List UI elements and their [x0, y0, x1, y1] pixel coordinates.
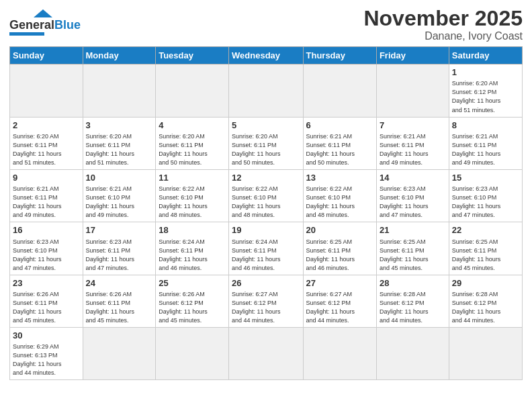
- logo-general: General: [9, 18, 54, 32]
- calendar-cell: [10, 64, 83, 117]
- logo-blue: Blue: [54, 18, 81, 32]
- calendar-cell: [229, 328, 303, 380]
- header-saturday: Saturday: [449, 47, 522, 64]
- day-number: 23: [13, 277, 80, 289]
- calendar-cell: 21Sunrise: 6:25 AM Sunset: 6:11 PM Dayli…: [376, 222, 449, 275]
- day-info: Sunrise: 6:21 AM Sunset: 6:10 PM Dayligh…: [86, 185, 153, 220]
- page-subtitle: Danane, Ivory Coast: [363, 30, 523, 42]
- calendar-week-row: 2Sunrise: 6:20 AM Sunset: 6:11 PM Daylig…: [10, 117, 523, 169]
- day-number: 14: [380, 172, 446, 184]
- day-info: Sunrise: 6:22 AM Sunset: 6:10 PM Dayligh…: [232, 185, 300, 220]
- day-number: 11: [159, 172, 226, 184]
- calendar-cell: 19Sunrise: 6:24 AM Sunset: 6:11 PM Dayli…: [229, 222, 303, 275]
- calendar-cell: 16Sunrise: 6:23 AM Sunset: 6:10 PM Dayli…: [10, 222, 83, 275]
- day-info: Sunrise: 6:20 AM Sunset: 6:11 PM Dayligh…: [13, 132, 80, 167]
- day-number: 27: [306, 277, 373, 289]
- calendar-cell: 8Sunrise: 6:21 AM Sunset: 6:11 PM Daylig…: [449, 117, 522, 169]
- day-info: Sunrise: 6:21 AM Sunset: 6:11 PM Dayligh…: [452, 132, 519, 167]
- logo-bar: [9, 32, 44, 36]
- day-info: Sunrise: 6:27 AM Sunset: 6:12 PM Dayligh…: [232, 290, 300, 325]
- day-number: 19: [232, 224, 300, 236]
- calendar-cell: 9Sunrise: 6:21 AM Sunset: 6:11 PM Daylig…: [10, 169, 83, 222]
- day-info: Sunrise: 6:26 AM Sunset: 6:11 PM Dayligh…: [86, 290, 153, 325]
- day-info: Sunrise: 6:28 AM Sunset: 6:12 PM Dayligh…: [380, 290, 446, 325]
- calendar-cell: [449, 328, 522, 380]
- day-number: 28: [380, 277, 446, 289]
- day-number: 3: [86, 120, 153, 132]
- calendar-cell: 2Sunrise: 6:20 AM Sunset: 6:11 PM Daylig…: [10, 117, 83, 169]
- day-number: 10: [86, 172, 153, 184]
- day-number: 30: [13, 330, 80, 342]
- day-info: Sunrise: 6:23 AM Sunset: 6:10 PM Dayligh…: [13, 238, 80, 273]
- page: GeneralBlue November 2025 Danane, Ivory …: [0, 0, 532, 411]
- calendar-cell: [303, 64, 376, 117]
- calendar-week-row: 9Sunrise: 6:21 AM Sunset: 6:11 PM Daylig…: [10, 169, 523, 222]
- day-info: Sunrise: 6:23 AM Sunset: 6:11 PM Dayligh…: [86, 238, 153, 273]
- calendar-week-row: 1Sunrise: 6:20 AM Sunset: 6:12 PM Daylig…: [10, 64, 523, 117]
- calendar-cell: [83, 328, 156, 380]
- day-info: Sunrise: 6:25 AM Sunset: 6:11 PM Dayligh…: [452, 238, 519, 273]
- logo: GeneralBlue: [9, 7, 81, 36]
- calendar-cell: [376, 64, 449, 117]
- day-info: Sunrise: 6:26 AM Sunset: 6:11 PM Dayligh…: [13, 290, 80, 325]
- day-number: 4: [159, 120, 226, 132]
- calendar-cell: 15Sunrise: 6:23 AM Sunset: 6:10 PM Dayli…: [449, 169, 522, 222]
- calendar-cell: 12Sunrise: 6:22 AM Sunset: 6:10 PM Dayli…: [229, 169, 303, 222]
- calendar-week-row: 30Sunrise: 6:29 AM Sunset: 6:13 PM Dayli…: [10, 328, 523, 380]
- calendar-cell: 27Sunrise: 6:27 AM Sunset: 6:12 PM Dayli…: [303, 275, 376, 327]
- day-number: 2: [13, 120, 80, 132]
- calendar: Sunday Monday Tuesday Wednesday Thursday…: [9, 46, 523, 380]
- day-number: 24: [86, 277, 153, 289]
- header-sunday: Sunday: [10, 47, 83, 64]
- day-number: 21: [380, 224, 446, 236]
- day-number: 8: [452, 120, 519, 132]
- calendar-cell: 3Sunrise: 6:20 AM Sunset: 6:11 PM Daylig…: [83, 117, 156, 169]
- calendar-cell: 22Sunrise: 6:25 AM Sunset: 6:11 PM Dayli…: [449, 222, 522, 275]
- days-header-row: Sunday Monday Tuesday Wednesday Thursday…: [10, 47, 523, 64]
- day-info: Sunrise: 6:21 AM Sunset: 6:11 PM Dayligh…: [306, 132, 373, 167]
- calendar-cell: 17Sunrise: 6:23 AM Sunset: 6:11 PM Dayli…: [83, 222, 156, 275]
- calendar-cell: 7Sunrise: 6:21 AM Sunset: 6:11 PM Daylig…: [376, 117, 449, 169]
- calendar-cell: 25Sunrise: 6:26 AM Sunset: 6:12 PM Dayli…: [156, 275, 229, 327]
- day-number: 5: [232, 120, 300, 132]
- calendar-cell: 26Sunrise: 6:27 AM Sunset: 6:12 PM Dayli…: [229, 275, 303, 327]
- header-friday: Friday: [376, 47, 449, 64]
- calendar-cell: [156, 64, 229, 117]
- calendar-cell: 24Sunrise: 6:26 AM Sunset: 6:11 PM Dayli…: [83, 275, 156, 327]
- header-monday: Monday: [83, 47, 156, 64]
- calendar-cell: 13Sunrise: 6:22 AM Sunset: 6:10 PM Dayli…: [303, 169, 376, 222]
- day-info: Sunrise: 6:24 AM Sunset: 6:11 PM Dayligh…: [159, 238, 226, 273]
- day-info: Sunrise: 6:23 AM Sunset: 6:10 PM Dayligh…: [452, 185, 519, 220]
- day-info: Sunrise: 6:22 AM Sunset: 6:10 PM Dayligh…: [306, 185, 373, 220]
- day-number: 12: [232, 172, 300, 184]
- calendar-cell: 23Sunrise: 6:26 AM Sunset: 6:11 PM Dayli…: [10, 275, 83, 327]
- day-info: Sunrise: 6:29 AM Sunset: 6:13 PM Dayligh…: [13, 342, 80, 377]
- day-number: 29: [452, 277, 519, 289]
- day-info: Sunrise: 6:20 AM Sunset: 6:11 PM Dayligh…: [159, 132, 226, 167]
- calendar-cell: [229, 64, 303, 117]
- calendar-body: 1Sunrise: 6:20 AM Sunset: 6:12 PM Daylig…: [10, 64, 523, 380]
- day-number: 22: [452, 224, 519, 236]
- day-info: Sunrise: 6:27 AM Sunset: 6:12 PM Dayligh…: [306, 290, 373, 325]
- day-number: 7: [380, 120, 446, 132]
- calendar-week-row: 23Sunrise: 6:26 AM Sunset: 6:11 PM Dayli…: [10, 275, 523, 327]
- day-info: Sunrise: 6:22 AM Sunset: 6:10 PM Dayligh…: [159, 185, 226, 220]
- day-info: Sunrise: 6:21 AM Sunset: 6:11 PM Dayligh…: [13, 185, 80, 220]
- calendar-cell: 5Sunrise: 6:20 AM Sunset: 6:11 PM Daylig…: [229, 117, 303, 169]
- calendar-cell: 10Sunrise: 6:21 AM Sunset: 6:10 PM Dayli…: [83, 169, 156, 222]
- calendar-week-row: 16Sunrise: 6:23 AM Sunset: 6:10 PM Dayli…: [10, 222, 523, 275]
- calendar-header: Sunday Monday Tuesday Wednesday Thursday…: [10, 47, 523, 64]
- logo-triangle-icon: [34, 9, 52, 17]
- day-info: Sunrise: 6:24 AM Sunset: 6:11 PM Dayligh…: [232, 238, 300, 273]
- day-info: Sunrise: 6:25 AM Sunset: 6:11 PM Dayligh…: [380, 238, 446, 273]
- title-block: November 2025 Danane, Ivory Coast: [363, 7, 523, 42]
- day-info: Sunrise: 6:25 AM Sunset: 6:11 PM Dayligh…: [306, 238, 373, 273]
- day-number: 9: [13, 172, 80, 184]
- calendar-cell: [303, 328, 376, 380]
- day-number: 1: [452, 66, 519, 79]
- day-number: 16: [13, 224, 80, 236]
- day-number: 25: [159, 277, 226, 289]
- day-info: Sunrise: 6:20 AM Sunset: 6:12 PM Dayligh…: [452, 79, 519, 114]
- header-thursday: Thursday: [303, 47, 376, 64]
- calendar-cell: [376, 328, 449, 380]
